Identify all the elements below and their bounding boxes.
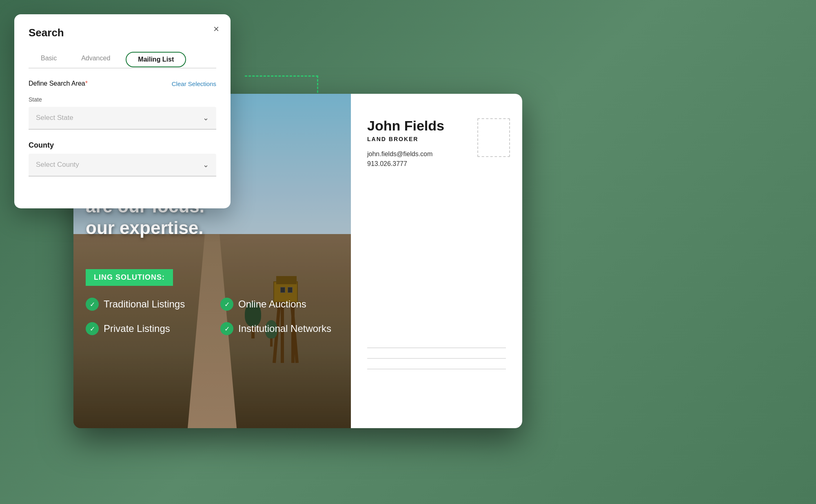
check-traditional: ✓ xyxy=(86,298,99,311)
state-select-wrapper: Select State ⌄ xyxy=(29,107,216,130)
address-line-3 xyxy=(367,369,506,369)
solution-traditional: ✓ Traditional Listings xyxy=(86,298,212,311)
county-select[interactable]: Select County ⌄ xyxy=(29,154,216,177)
state-select-placeholder: Select State xyxy=(36,114,73,122)
search-modal: × Search Basic Advanced Mailing List Def… xyxy=(14,14,231,208)
state-select[interactable]: Select State ⌄ xyxy=(29,107,216,130)
county-select-placeholder: Select County xyxy=(36,161,79,169)
address-lines xyxy=(367,347,506,379)
address-line-2 xyxy=(367,358,506,359)
solution-institutional: ✓ Institutional Networks xyxy=(220,322,347,335)
county-section: County xyxy=(29,141,216,150)
clear-selections-button[interactable]: Clear Selections xyxy=(172,80,216,87)
state-chevron-icon: ⌄ xyxy=(203,113,209,122)
required-star: * xyxy=(85,80,88,87)
tab-advanced[interactable]: Advanced xyxy=(69,51,122,68)
address-line-1 xyxy=(367,347,506,348)
solutions-banner: LING SOLUTIONS: xyxy=(86,269,173,286)
check-institutional: ✓ xyxy=(220,322,233,335)
solution-private: ✓ Private Listings xyxy=(86,322,212,335)
county-chevron-icon: ⌄ xyxy=(203,160,209,169)
stamp-area xyxy=(477,118,510,157)
tabs-row: Basic Advanced Mailing List xyxy=(29,51,216,69)
state-field-label: State xyxy=(29,96,216,103)
modal-close-button[interactable]: × xyxy=(213,23,219,35)
tab-mailing-list[interactable]: Mailing List xyxy=(126,52,186,67)
define-area-row: Define Search Area* Clear Selections xyxy=(29,80,216,87)
solution-online: ✓ Online Auctions xyxy=(220,298,347,311)
tagline-line2: our expertise. xyxy=(86,217,204,239)
postcard-right: John Fields LAND BROKER john.fields@fiel… xyxy=(351,94,522,428)
county-label: County xyxy=(29,141,216,150)
define-area-label: Define Search Area* xyxy=(29,80,88,87)
county-select-wrapper: Select County ⌄ xyxy=(29,154,216,177)
tab-basic[interactable]: Basic xyxy=(29,51,69,68)
check-online: ✓ xyxy=(220,298,233,311)
broker-phone: 913.026.3777 xyxy=(367,160,506,168)
check-private: ✓ xyxy=(86,322,99,335)
modal-title: Search xyxy=(29,27,216,39)
solutions-list: ✓ Traditional Listings ✓ Online Auctions… xyxy=(86,298,347,335)
